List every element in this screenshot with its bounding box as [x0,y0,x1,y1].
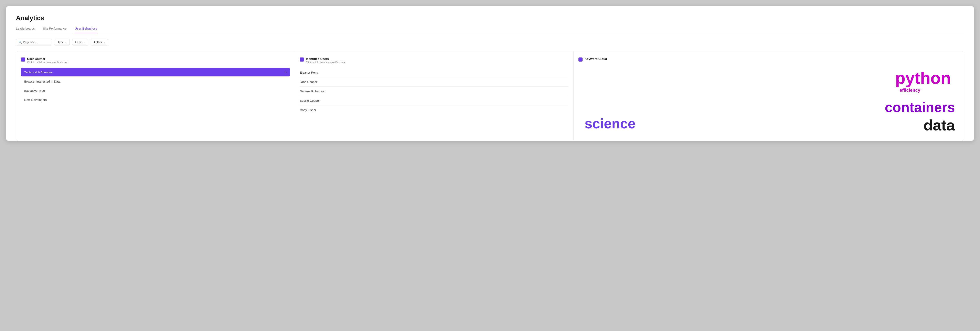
keyword-cloud: python efficiency containers science dat… [579,65,959,135]
identified-users-subtitle: Click to drill down into specific users. [306,61,346,64]
cluster-item-executive-type[interactable]: Executive Type [21,86,290,95]
search-icon: 🔍 [19,41,22,44]
chevron-down-icon: ⌄ [103,41,105,43]
label-filter-button[interactable]: Label ⌄ [72,39,88,45]
identified-users-icon [300,57,304,62]
app-container: Analytics Leaderboards Site Performance … [6,6,974,141]
user-item-cody-fisher[interactable]: Cody Fisher [300,105,569,115]
author-filter-button[interactable]: Author ⌄ [91,39,108,45]
user-cluster-title: User Cluster [27,57,68,60]
keyword-data[interactable]: data [924,118,955,133]
keyword-efficiency[interactable]: efficiency [899,88,920,92]
tab-leaderboards[interactable]: Leaderboards [16,27,35,33]
cluster-item-technical-attentive[interactable]: Technical & Attentive × [21,68,290,76]
type-filter-button[interactable]: Type ⌄ [55,39,70,45]
chevron-down-icon: ⌄ [65,41,67,43]
user-item-darlene-robertson[interactable]: Darlene Robertson [300,87,569,96]
keyword-cloud-header: Keyword Cloud [579,57,959,62]
tab-site-performance[interactable]: Site Performance [43,27,67,33]
user-cluster-header: User Cluster Click to drill down into sp… [21,57,290,64]
page-title: Analytics [16,14,964,22]
search-input[interactable] [23,41,49,44]
cluster-list: Technical & Attentive × Browser Interest… [21,68,290,104]
user-cluster-panel: User Cluster Click to drill down into sp… [16,51,295,141]
keyword-cloud-icon [579,57,582,62]
user-cluster-icon [21,57,25,62]
keyword-science[interactable]: science [585,116,636,130]
identified-users-panel: Identified Users Click to drill down int… [295,51,574,141]
cluster-item-new-developers[interactable]: New Developers [21,95,290,104]
search-wrapper[interactable]: 🔍 [16,39,52,45]
identified-users-header: Identified Users Click to drill down int… [300,57,569,64]
user-item-eleanor-pena[interactable]: Eleanor Pena [300,68,569,77]
tab-user-behaviors[interactable]: User Behaviors [75,27,97,33]
cluster-item-browser-interested[interactable]: Browser Interested in Data [21,77,290,86]
tab-nav: Leaderboards Site Performance User Behav… [16,27,964,33]
chevron-down-icon: ⌄ [84,41,85,43]
filter-bar: 🔍 Type ⌄ Label ⌄ Author ⌄ [16,39,964,45]
user-cluster-subtitle: Click to drill down into specific cluste… [27,61,68,64]
keyword-containers[interactable]: containers [885,100,955,114]
keyword-cloud-panel: Keyword Cloud python efficiency containe… [574,51,964,141]
main-content: User Cluster Click to drill down into sp… [16,51,964,141]
user-item-jane-cooper[interactable]: Jane Cooper [300,77,569,87]
keyword-cloud-title: Keyword Cloud [585,57,607,60]
user-list: Eleanor Pena Jane Cooper Darlene Roberts… [300,68,569,115]
identified-users-title: Identified Users [306,57,346,60]
user-item-bessie-cooper[interactable]: Bessie Cooper [300,96,569,105]
keyword-cloud-inner: python efficiency containers science dat… [579,65,959,135]
close-cluster-button[interactable]: × [285,70,286,74]
keyword-python[interactable]: python [895,70,951,86]
